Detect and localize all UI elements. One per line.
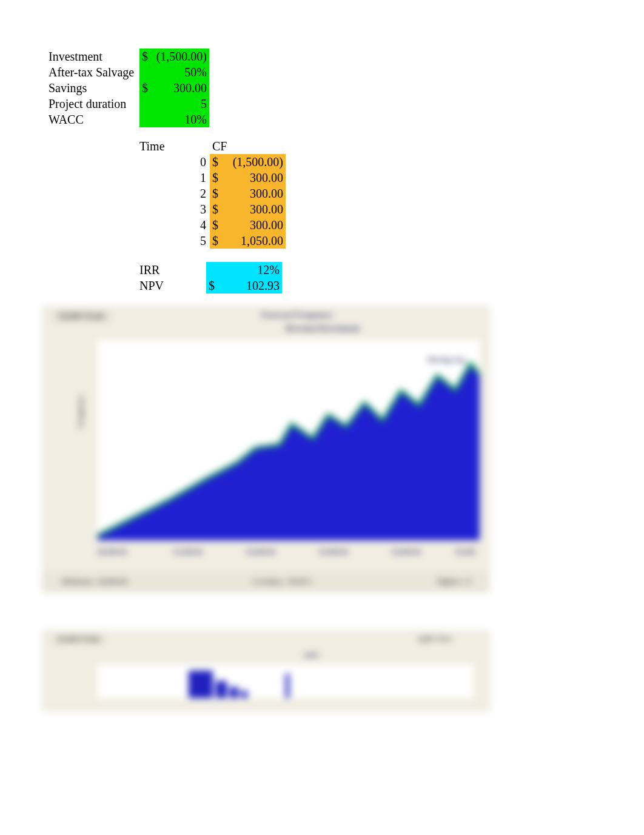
chart-area-svg [98,340,480,540]
cf-value: 1,050.00 [226,233,286,249]
footer-left: Minimum : $0,000.00 [61,577,127,586]
currency-symbol: $ [206,278,222,293]
assumptions-table: Investment $ (1,500.00) After-tax Salvag… [49,49,209,127]
time-value: 2 [139,186,210,201]
header-time: Time [139,138,210,154]
currency-symbol [206,262,222,278]
row-project-duration: Project duration 5 [49,96,209,112]
chart-xtick: $2,000.00 [246,548,275,557]
chart-xtick: $4,000.00 [392,548,421,557]
cashflow-row: 0 $ (1,500.00) [139,154,286,170]
cf-value: (1,500.00) [226,154,286,170]
chart-ylabel: Frequency [76,395,86,428]
label-irr: IRR [139,262,206,278]
cashflow-row: 1 $ 300.00 [139,170,286,186]
label-npv: NPV [139,278,206,293]
label-savings: Savings [49,80,139,96]
value-project-duration: 5 [139,96,209,112]
npv-chart: 10,000 Trials Split View NPV Moving Avg … [42,631,489,711]
label-after-tax-salvage: After-tax Salvage [49,64,139,80]
currency-symbol: $ [210,170,226,186]
chart-xtick: $1,000.00 [173,548,203,557]
time-value: 0 [139,154,210,170]
chart-bar [286,674,289,698]
value-after-tax-salvage: 50% [139,64,209,80]
cashflow-row: 2 $ 300.00 [139,186,286,201]
chart-bar [189,671,213,698]
row-savings: Savings $ 300.00 [49,80,209,96]
cashflow-header: Time CF [139,138,286,154]
row-after-tax-salvage: After-tax Salvage 50% [49,64,209,80]
number: 10% [155,112,209,127]
currency-symbol: $ [139,80,155,96]
number: 5 [155,96,209,112]
footer-right: Highest : $ [437,577,471,586]
time-value: 4 [139,217,210,233]
chart-plot-area [98,340,480,540]
currency-symbol: $ [210,217,226,233]
currency-symbol [139,96,155,112]
currency-symbol [139,112,155,127]
number: (1,500.00) [155,49,209,64]
chart-xtick: $3,000.00 [319,548,348,557]
chart-plot-area [98,665,474,698]
value-wacc: 10% [139,112,209,127]
header-blank [226,138,286,154]
footer-mid: Certainty : 90.00% [252,577,312,586]
value-investment: $ (1,500.00) [139,49,209,64]
label-project-duration: Project duration [49,96,139,112]
currency-symbol: $ [210,233,226,249]
number: 300.00 [155,80,209,96]
value-npv: 102.93 [222,278,282,293]
chart-annotation: Moving Avg [428,355,465,364]
currency-symbol: $ [139,49,155,64]
chart-xtick: $0,000.00 [98,548,127,557]
time-value: 3 [139,201,210,217]
cashflow-row: 4 $ 300.00 [139,217,286,233]
cf-value: 300.00 [226,217,286,233]
cashflow-row: 3 $ 300.00 [139,201,286,217]
label-investment: Investment [49,49,139,64]
chart-tag: 10,000 Trials [52,634,105,645]
chart-title: Forecast Frequency [261,310,333,320]
cashflow-table: Time CF 0 $ (1,500.00) 1 $ 300.00 2 $ 30… [139,138,286,249]
results-table: IRR 12% NPV $ 102.93 [139,262,282,293]
row-npv: NPV $ 102.93 [139,278,282,293]
row-irr: IRR 12% [139,262,282,278]
chart-bar [241,691,247,698]
row-wacc: WACC 10% [49,112,209,127]
cf-value: 300.00 [226,201,286,217]
value-savings: $ 300.00 [139,80,209,96]
number: 50% [155,64,209,80]
currency-symbol [139,64,155,80]
cf-value: 300.00 [226,170,286,186]
chart-bar [216,681,227,698]
cashflow-row: 5 $ 1,050.00 [139,233,286,249]
chart-tag: 10,000 Trials [52,310,111,323]
label-wacc: WACC [49,112,139,127]
time-value: 1 [139,170,210,186]
chart-bar [230,687,238,698]
chart-xtick: $5,000 [455,548,475,557]
time-value: 5 [139,233,210,249]
cf-value: 300.00 [226,186,286,201]
row-investment: Investment $ (1,500.00) [49,49,209,64]
currency-symbol: $ [210,201,226,217]
currency-symbol: $ [210,154,226,170]
value-irr: 12% [222,262,282,278]
chart-footer: Minimum : $0,000.00 Certainty : 90.00% H… [43,571,489,592]
frequency-chart: 10,000 Trials Forecast Frequency Revenue… [42,306,489,592]
header-cf: CF [210,138,226,154]
chart-subtitle: Revenue/Investment [286,324,360,334]
chart-right-tag: Split View [418,634,452,643]
currency-symbol: $ [210,186,226,201]
chart-title: NPV [304,651,320,660]
